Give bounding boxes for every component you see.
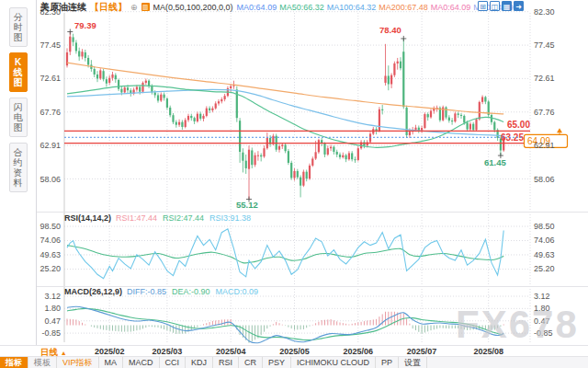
svg-text:-0.85: -0.85: [41, 328, 61, 338]
svg-text:62.91: 62.91: [40, 141, 61, 150]
svg-text:67.76: 67.76: [534, 108, 555, 117]
svg-text:98.50: 98.50: [40, 222, 61, 231]
toolbar-item-设置[interactable]: 设置: [399, 357, 427, 368]
svg-text:72.61: 72.61: [534, 74, 555, 83]
svg-text:72.61: 72.61: [40, 74, 61, 83]
ma-value: MA0:64.09: [431, 3, 471, 12]
svg-text:49.63: 49.63: [534, 250, 555, 259]
rsi-legend: RSI(14,14,2)RSI1:47.44RSI2:47.44RSI3:91.…: [64, 213, 256, 223]
svg-text:1.80: 1.80: [534, 304, 550, 313]
svg-text:0.47: 0.47: [44, 316, 61, 326]
svg-text:98.50: 98.50: [534, 222, 555, 231]
toolbar-item-CCI[interactable]: CCI: [160, 357, 187, 368]
indicator-value: RSI2:47.44: [163, 213, 204, 223]
ma-value: MA100:64.32: [327, 3, 377, 12]
toolbar-item-RSI[interactable]: RSI: [213, 357, 239, 368]
date-tick: 2025/04: [202, 347, 259, 356]
ma-value: MA200:67.48: [379, 3, 428, 12]
toolbar-item-ICHIMOKU CLOUD[interactable]: ICHIMOKU CLOUD: [291, 357, 376, 368]
toolbar-item-PSY[interactable]: PSY: [263, 357, 291, 368]
svg-text:77.45: 77.45: [534, 40, 555, 50]
add-indicator-icon[interactable]: ⊕: [130, 3, 138, 12]
toolbar-item-CR[interactable]: CR: [239, 357, 263, 368]
sidebar-tab-3[interactable]: 合约资料: [9, 143, 28, 192]
svg-text:3.12: 3.12: [44, 292, 61, 301]
header-icon-group: ⊞◫▦➜: [478, 1, 524, 11]
toolbar-item-KDJ[interactable]: KDJ: [186, 357, 213, 368]
sidebar: 分时图K线图闪电图合约资料: [0, 0, 37, 357]
sidebar-tab-2[interactable]: 闪电图: [9, 98, 28, 137]
date-tick: 2025/02: [81, 347, 138, 356]
date-axis: 日线 ▲ 2025/022025/032025/042025/052025/06…: [0, 345, 588, 357]
svg-text:58.06: 58.06: [40, 175, 61, 184]
expand-icon[interactable]: ➜: [514, 1, 524, 11]
indicator-value: DIFF:-0.85: [127, 287, 166, 296]
indicator-value: MACD:0.09: [216, 287, 259, 296]
svg-text:65.00: 65.00: [507, 120, 530, 130]
svg-text:74.06: 74.06: [40, 236, 61, 245]
svg-text:49.63: 49.63: [40, 250, 61, 259]
candlestick-chart[interactable]: 65.0063.2564.0979.3978.4055.1261.4582.30…: [0, 0, 588, 368]
date-tick: 2025/06: [330, 347, 387, 356]
indicator-toolbar: 指标模板VIP指标MAMACDCCIKDJRSICRPSYICHIMOKU CL…: [0, 357, 588, 368]
svg-text:62.91: 62.91: [534, 141, 555, 150]
svg-text:1.80: 1.80: [44, 304, 61, 313]
svg-text:55.12: 55.12: [236, 200, 258, 210]
svg-text:77.45: 77.45: [40, 40, 61, 50]
svg-text:78.40: 78.40: [379, 25, 401, 35]
toolbar-item-MACD[interactable]: MACD: [123, 357, 160, 368]
sidebar-tab-1[interactable]: K线图: [9, 52, 28, 92]
svg-text:61.45: 61.45: [484, 157, 506, 167]
date-tick: 2025/05: [266, 347, 323, 356]
toolbar-item-MA[interactable]: MA: [99, 357, 124, 368]
area-chart-icon[interactable]: ▦: [502, 1, 512, 11]
ma-settings[interactable]: MA(0,50,100,200,0,0): [153, 3, 233, 12]
line-chart-icon[interactable]: ◫: [490, 1, 500, 11]
indicator-params: MACD(26,12,9): [64, 287, 122, 296]
symbol-title: 美原油连续: [40, 1, 86, 14]
toolbar-item-VIP指标[interactable]: VIP指标: [57, 357, 99, 368]
indicator-icon[interactable]: ▥: [141, 3, 150, 11]
macd-legend: MACD(26,12,9)DIFF:-0.85DEA:-0.90MACD:0.0…: [64, 287, 264, 296]
indicator-value: RSI3:91.38: [209, 213, 251, 223]
date-tick: 2025/07: [393, 347, 450, 356]
svg-text:79.39: 79.39: [74, 20, 96, 30]
ma-values: MA0:64.09MA50:66.32MA100:64.32MA200:67.4…: [237, 3, 516, 12]
indicator-value: DEA:-0.90: [172, 287, 210, 296]
svg-text:58.06: 58.06: [534, 175, 555, 184]
sidebar-tab-0[interactable]: 分时图: [9, 7, 28, 47]
svg-text:74.06: 74.06: [534, 236, 555, 245]
svg-text:25.20: 25.20: [534, 264, 555, 273]
period-label: 【日线】: [90, 1, 127, 14]
svg-text:25.20: 25.20: [40, 264, 61, 273]
indicator-params: RSI(14,14,2): [64, 213, 111, 223]
toolbar-item-PP[interactable]: PP: [376, 357, 399, 368]
svg-text:-0.85: -0.85: [534, 328, 553, 338]
dropdown-arrow-icon: ▲: [61, 350, 67, 356]
indicator-value: RSI1:47.44: [116, 213, 157, 223]
svg-text:67.76: 67.76: [40, 108, 61, 117]
chart-app: 65.0063.2564.0979.3978.4055.1261.4582.30…: [0, 0, 588, 368]
date-tick: 2025/08: [460, 347, 517, 356]
svg-text:0.47: 0.47: [534, 316, 550, 326]
date-tick: 2025/03: [139, 347, 196, 356]
toolbar-item-指标[interactable]: 指标: [0, 357, 28, 368]
ma-value: MA0:64.09: [237, 3, 277, 12]
layout-grid-icon[interactable]: ⊞: [478, 1, 488, 11]
toolbar-item-模板[interactable]: 模板: [28, 357, 57, 368]
svg-text:3.12: 3.12: [534, 292, 550, 301]
ma-value: MA50:66.32: [279, 3, 324, 12]
